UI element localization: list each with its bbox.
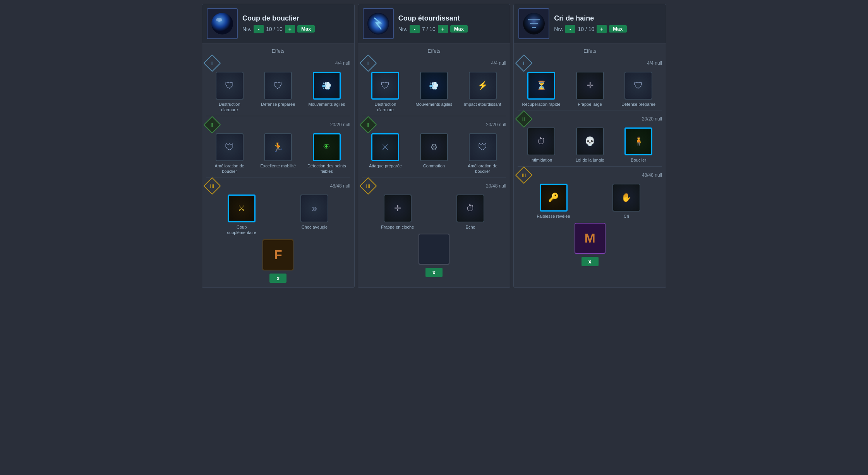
ability-item[interactable]: ⚡Impact étourdissant — [463, 72, 502, 107]
tier-badge-label: I — [211, 60, 213, 66]
ability-icon[interactable]: ⚡ — [469, 72, 497, 100]
ability-icon[interactable]: 🛡 — [371, 72, 399, 100]
ability-name: Défense préparée — [621, 102, 655, 107]
ability-item[interactable]: 🛡Destruction d'armure — [210, 72, 249, 113]
ability-name: Frappe en cloche — [381, 224, 414, 230]
level-max-button[interactable]: Max — [297, 25, 315, 33]
ability-item[interactable]: ✛Frappe en cloche — [378, 194, 417, 230]
remove-rune-button[interactable]: x — [425, 268, 443, 277]
rune-slot[interactable]: F — [262, 239, 293, 270]
ability-icon[interactable]: ⏱ — [527, 127, 555, 155]
level-increase-button[interactable]: + — [438, 25, 448, 33]
ability-icon[interactable]: 👁 — [313, 133, 341, 161]
ability-icon[interactable]: 🛡 — [216, 72, 244, 100]
effects-label: Effets — [362, 48, 506, 54]
ability-item[interactable]: 🛡Destruction d'armure — [366, 72, 405, 113]
ability-icon[interactable]: 💨 — [313, 72, 341, 100]
level-max-button[interactable]: Max — [450, 25, 468, 33]
tier-header: I4/4 null — [518, 57, 662, 69]
ability-name: Attaque préparée — [369, 163, 402, 169]
skill-info: Coup de bouclierNiv.-10 / 10+Max — [242, 14, 315, 33]
level-decrease-button[interactable]: - — [565, 25, 575, 33]
tier-section-II: II20/20 null⚔Attaque préparée⚙Commotion🛡… — [362, 119, 506, 174]
ability-item[interactable]: 💨Mouvements agiles — [307, 72, 346, 107]
ability-icon[interactable]: ⏱ — [456, 194, 484, 222]
tier-count: 4/4 null — [491, 60, 506, 66]
tier-badge-label: III — [366, 183, 370, 189]
ability-item[interactable]: ⏳Récupération rapide — [522, 72, 561, 107]
ability-name: Mouvements agiles — [308, 102, 345, 107]
tier-badge: III — [359, 177, 377, 195]
level-decrease-button[interactable]: - — [410, 25, 420, 33]
level-decrease-button[interactable]: - — [254, 25, 264, 33]
ability-icon[interactable]: ⚔ — [228, 194, 256, 222]
ability-item[interactable]: 🧍Bouclier — [619, 127, 658, 163]
skill-name: Coup de bouclier — [242, 14, 315, 22]
ability-item[interactable]: ✛Frappe large — [571, 72, 609, 107]
ability-name: Intimidation — [530, 157, 552, 163]
rune-slot[interactable]: M — [575, 223, 606, 254]
ability-item[interactable]: ⏱Écho — [451, 194, 490, 230]
skill-body: EffetsI4/4 null⏳Récupération rapide✛Frap… — [514, 43, 666, 271]
skill-body: EffetsI4/4 null🛡Destruction d'armure🛡Déf… — [202, 43, 354, 287]
ability-item[interactable]: 🏃Excellente mobilité — [259, 133, 297, 169]
ability-icon[interactable]: 🛡 — [624, 72, 652, 100]
ability-name: Destruction d'armure — [366, 102, 405, 113]
ability-item[interactable]: ✋Cri — [607, 184, 646, 219]
level-increase-button[interactable]: + — [597, 25, 607, 33]
ability-name: Loi de la jungle — [576, 157, 604, 163]
ability-icon[interactable]: 🛡 — [469, 133, 497, 161]
ability-icon[interactable]: 💨 — [420, 72, 448, 100]
ability-item[interactable]: 🔑Faiblesse révélée — [534, 184, 573, 219]
level-value: 10 / 10 — [266, 26, 283, 32]
ability-icon[interactable]: 🛡 — [264, 72, 292, 100]
remove-rune-button[interactable]: x — [582, 257, 599, 266]
ability-item[interactable]: ⏱Intimidation — [522, 127, 561, 163]
ability-item[interactable]: 🛡Amélioration de bouclier — [210, 133, 249, 174]
level-max-button[interactable]: Max — [609, 25, 626, 33]
ability-icon[interactable]: 🏃 — [264, 133, 292, 161]
tier-divider — [362, 116, 506, 116]
ability-item[interactable]: ⚙Commotion — [415, 133, 453, 169]
ability-icon[interactable]: » — [300, 194, 328, 222]
tier-badge: I — [515, 54, 533, 72]
remove-rune-button[interactable]: x — [269, 274, 286, 283]
ability-item[interactable]: 🛡Défense préparée — [259, 72, 297, 107]
ability-item[interactable]: 👁Détection des points faibles — [307, 133, 346, 174]
skill-icon — [207, 8, 238, 39]
tier-badge-label: II — [367, 122, 369, 127]
abilities-row: 🛡Destruction d'armure🛡Défense préparée💨M… — [206, 72, 350, 113]
ability-name: Bouclier — [631, 157, 646, 163]
skill-info: Cri de haineNiv.-10 / 10+Max — [554, 14, 626, 33]
ability-icon[interactable]: 🛡 — [216, 133, 244, 161]
tier-section-III: III48/48 null🔑Faiblesse révélée✋Cri — [518, 169, 662, 219]
tier-badge: III — [515, 166, 533, 184]
ability-item[interactable]: 💨Mouvements agiles — [415, 72, 453, 107]
ability-item[interactable]: 💀Loi de la jungle — [571, 127, 609, 163]
ability-item[interactable]: 🛡Défense préparée — [619, 72, 658, 107]
ability-name: Mouvements agiles — [416, 102, 453, 107]
ability-item[interactable]: ⚔Coup supplémentaire — [222, 194, 261, 236]
ability-icon[interactable]: ✛ — [576, 72, 604, 100]
skill-panel-cri-de-haine: Cri de haineNiv.-10 / 10+MaxEffetsI4/4 n… — [513, 4, 666, 288]
level-increase-button[interactable]: + — [285, 25, 295, 33]
ability-icon[interactable]: ⚙ — [420, 133, 448, 161]
ability-icon[interactable]: 🧍 — [624, 127, 652, 155]
svg-point-1 — [216, 18, 222, 22]
ability-icon[interactable]: ✋ — [612, 184, 640, 212]
ability-icon[interactable]: 🔑 — [540, 184, 568, 212]
ability-item[interactable]: ⚔Attaque préparée — [366, 133, 405, 169]
ability-icon[interactable]: ⏳ — [527, 72, 555, 100]
ability-icon[interactable]: ⚔ — [371, 133, 399, 161]
svg-point-2 — [367, 13, 389, 34]
tier-count: 4/4 null — [335, 60, 350, 66]
ability-icon[interactable]: 💀 — [576, 127, 604, 155]
ability-icon[interactable]: ✛ — [384, 194, 412, 222]
tier-header: II20/20 null — [518, 113, 662, 125]
ability-item[interactable]: 🛡Amélioration de bouclier — [463, 133, 502, 174]
tier-count: 20/20 null — [642, 116, 662, 122]
rune-section: x — [362, 234, 506, 277]
rune-slot-empty[interactable] — [419, 234, 449, 265]
ability-item[interactable]: »Choc aveugle — [295, 194, 334, 230]
ability-name: Excellente mobilité — [260, 163, 296, 169]
